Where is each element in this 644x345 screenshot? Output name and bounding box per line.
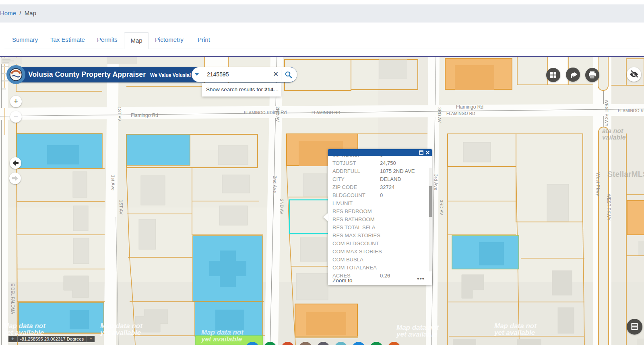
svg-text:yet available: yet available	[201, 335, 242, 343]
svg-text:yet available: yet available	[396, 331, 437, 338]
svg-text:E DEL PALOMA: E DEL PALOMA	[10, 283, 15, 314]
svg-text:FLAMINGO RD: FLAMINGO RD	[618, 109, 644, 113]
svg-text:1ST AV: 1ST AV	[117, 107, 122, 121]
svg-text:FLAMINGO RDing Rd: FLAMINGO RDing Rd	[244, 110, 287, 115]
svg-text:yet available: yet available	[494, 329, 535, 337]
svg-text:2nd Ave: 2nd Ave	[272, 176, 277, 193]
svg-text:3RD AV: 3RD AV	[439, 200, 444, 215]
svg-text:yet available: yet available	[100, 329, 141, 337]
svg-text:Flamingo Rd: Flamingo Rd	[456, 104, 483, 110]
svg-text:1st Ave: 1st Ave	[111, 175, 116, 191]
svg-text:1ST AV: 1ST AV	[119, 200, 124, 214]
svg-text:WEST PKWY: WEST PKWY	[604, 100, 609, 127]
svg-text:StellarMLS: StellarMLS	[607, 170, 644, 179]
svg-text:ata not: ata not	[602, 127, 623, 134]
svg-text:West Pkwy: West Pkwy	[596, 172, 601, 196]
svg-text:3RD AV: 3RD AV	[437, 107, 442, 123]
svg-text:vailable: vailable	[602, 134, 626, 141]
svg-text:2ND AV: 2ND AV	[279, 199, 284, 214]
svg-text:WEST PKWY: WEST PKWY	[607, 194, 611, 221]
svg-text:FLAMINGO RD: FLAMINGO RD	[312, 111, 341, 115]
svg-text:FLAMINGO RD: FLAMINGO RD	[446, 111, 475, 116]
svg-text:3rd Ave: 3rd Ave	[433, 174, 438, 191]
svg-text:Flamingo Rd: Flamingo Rd	[131, 113, 158, 118]
